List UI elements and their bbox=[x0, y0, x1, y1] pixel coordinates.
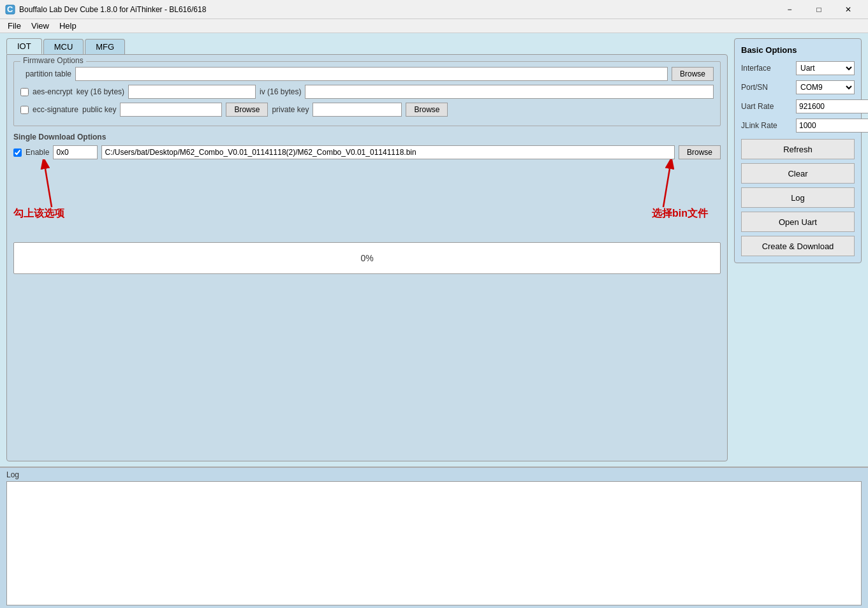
address-input[interactable] bbox=[53, 145, 98, 159]
ecc-signature-label: ecc-signature bbox=[33, 105, 78, 114]
progress-text: 0% bbox=[360, 253, 373, 263]
private-key-label: private key bbox=[272, 105, 309, 114]
close-button[interactable]: ✕ bbox=[834, 0, 863, 19]
firmware-options-legend: Firmware Options bbox=[20, 56, 86, 65]
log-content[interactable] bbox=[6, 481, 862, 605]
jlink-rate-input[interactable] bbox=[796, 119, 868, 133]
annotation-area: 勾上该选项 选择bin文件 bbox=[13, 159, 721, 236]
create-download-button[interactable]: Create & Download bbox=[741, 236, 855, 256]
basic-options-title: Basic Options bbox=[741, 45, 855, 55]
progress-bar-container: 0% bbox=[13, 242, 721, 274]
window-controls: − □ ✕ bbox=[775, 0, 863, 19]
interface-label: Interface bbox=[741, 64, 792, 73]
private-key-browse-button[interactable]: Browse bbox=[406, 103, 448, 117]
window-title: Bouffalo Lab Dev Cube 1.8.0 for AiThinke… bbox=[19, 5, 775, 14]
log-button[interactable]: Log bbox=[741, 187, 855, 208]
app-icon: C bbox=[5, 4, 15, 15]
basic-options-box: Basic Options Interface Uart JLink OpenO… bbox=[734, 38, 862, 263]
left-arrow-svg bbox=[33, 159, 84, 210]
partition-table-browse-button[interactable]: Browse bbox=[672, 67, 714, 81]
key-label: key (16 bytes) bbox=[77, 87, 124, 96]
aes-encrypt-checkbox[interactable] bbox=[20, 88, 29, 96]
right-arrow-svg bbox=[631, 159, 682, 210]
app-window: C Bouffalo Lab Dev Cube 1.8.0 for AiThin… bbox=[0, 0, 868, 608]
open-uart-button[interactable]: Open Uart bbox=[741, 212, 855, 232]
firmware-options-group: Firmware Options partition table Browse … bbox=[13, 61, 721, 126]
port-sn-select[interactable]: COM9 COM1 COM2 bbox=[796, 80, 855, 94]
jlink-rate-label: JLink Rate bbox=[741, 121, 792, 130]
tab-bar: IOT MCU MFG bbox=[6, 38, 728, 54]
partition-table-input[interactable] bbox=[75, 67, 668, 81]
uart-rate-label: Uart Rate bbox=[741, 102, 792, 111]
uart-rate-row: Uart Rate bbox=[741, 99, 855, 113]
main-panels: IOT MCU MFG Firmware Options partition t… bbox=[0, 33, 868, 467]
menu-view[interactable]: View bbox=[26, 20, 54, 32]
interface-select[interactable]: Uart JLink OpenOCD bbox=[796, 61, 855, 75]
tab-mcu[interactable]: MCU bbox=[43, 39, 84, 54]
iv-label: iv (16 bytes) bbox=[260, 87, 301, 96]
single-download-title: Single Download Options bbox=[13, 133, 721, 141]
left-column: IOT MCU MFG Firmware Options partition t… bbox=[6, 38, 728, 461]
iv-input[interactable] bbox=[305, 85, 714, 99]
right-column: Basic Options Interface Uart JLink OpenO… bbox=[734, 38, 862, 461]
key-input[interactable] bbox=[128, 85, 256, 99]
svg-text:C: C bbox=[7, 4, 13, 14]
partition-table-row: partition table Browse bbox=[20, 67, 714, 81]
right-annotation-text: 选择bin文件 bbox=[652, 207, 708, 221]
uart-rate-input[interactable] bbox=[796, 99, 868, 113]
public-key-input[interactable] bbox=[120, 103, 222, 117]
svg-line-3 bbox=[45, 169, 52, 207]
single-download-row: Enable Browse bbox=[13, 145, 721, 159]
tab-iot[interactable]: IOT bbox=[6, 38, 42, 54]
ecc-signature-row: ecc-signature public key Browse private … bbox=[20, 103, 714, 117]
tab-content: Firmware Options partition table Browse … bbox=[6, 54, 728, 461]
aes-encrypt-row: aes-encrypt key (16 bytes) iv (16 bytes) bbox=[20, 85, 714, 99]
menubar: File View Help bbox=[0, 19, 868, 33]
single-download-section: Single Download Options Enable Browse bbox=[13, 133, 721, 159]
log-label: Log bbox=[6, 470, 862, 479]
maximize-button[interactable]: □ bbox=[804, 0, 834, 19]
jlink-rate-row: JLink Rate bbox=[741, 119, 855, 133]
minimize-button[interactable]: − bbox=[775, 0, 804, 19]
enable-label: Enable bbox=[26, 148, 49, 157]
ecc-signature-checkbox[interactable] bbox=[20, 106, 29, 114]
partition-table-label: partition table bbox=[20, 69, 71, 78]
port-sn-row: Port/SN COM9 COM1 COM2 bbox=[741, 80, 855, 94]
public-key-label: public key bbox=[82, 105, 116, 114]
tab-mfg[interactable]: MFG bbox=[85, 39, 125, 54]
log-section: Log bbox=[0, 467, 868, 608]
svg-line-5 bbox=[663, 169, 670, 207]
clear-button[interactable]: Clear bbox=[741, 163, 855, 184]
enable-checkbox[interactable] bbox=[13, 148, 22, 157]
action-buttons: Refresh Clear Log Open Uart Create & Dow… bbox=[741, 139, 855, 256]
file-path-input[interactable] bbox=[101, 145, 675, 159]
public-key-browse-button[interactable]: Browse bbox=[226, 103, 268, 117]
refresh-button[interactable]: Refresh bbox=[741, 139, 855, 159]
menu-file[interactable]: File bbox=[3, 20, 26, 32]
interface-row: Interface Uart JLink OpenOCD bbox=[741, 61, 855, 75]
left-annotation-text: 勾上该选项 bbox=[13, 207, 64, 221]
titlebar: C Bouffalo Lab Dev Cube 1.8.0 for AiThin… bbox=[0, 0, 868, 19]
private-key-input[interactable] bbox=[313, 103, 402, 117]
port-sn-label: Port/SN bbox=[741, 83, 792, 92]
single-download-browse-button[interactable]: Browse bbox=[679, 145, 721, 159]
aes-encrypt-label: aes-encrypt bbox=[33, 87, 73, 96]
menu-help[interactable]: Help bbox=[54, 20, 82, 32]
